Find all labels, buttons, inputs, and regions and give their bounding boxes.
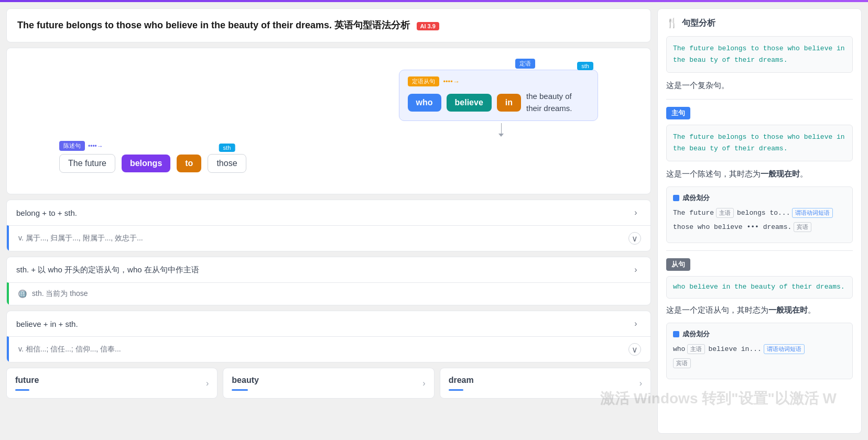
- word-in: in: [497, 94, 521, 112]
- chen-label: 陈述句: [59, 141, 85, 151]
- sentence-row: The future belongs to sth those: [59, 154, 246, 173]
- analysis-text-1: The future belongs to those who believe …: [666, 36, 853, 73]
- accordion-body-believe: v. 相信...; 信任...; 信仰..., 信奉... ∨: [7, 336, 650, 362]
- chevron-right-icon-2: ›: [631, 265, 641, 275]
- chevron-right-icon-3: ›: [631, 318, 641, 329]
- divider-1: [666, 99, 853, 100]
- sth-label-those: sth: [219, 144, 235, 152]
- accordion-desc-sth-who: sth. 当前为 those: [32, 289, 88, 299]
- word-believe: believe: [447, 94, 492, 112]
- comp-item-believe-in: believe in... 谓语动词短语: [708, 344, 804, 354]
- expand-btn-believe[interactable]: ∨: [628, 343, 641, 356]
- right-panel-header: 🍴 句型分析: [666, 17, 853, 29]
- accordion-desc-belong: v. 属于..., 归属于..., 附属于..., 效忠于...: [18, 234, 143, 243]
- accordion-sth-who: sth. + 以 who 开头的定语从句，who 在从句中作主语 › 🔠 sth…: [6, 257, 651, 305]
- main-container: The future belongs to those who believe …: [0, 2, 868, 440]
- word-future: future: [15, 376, 39, 385]
- clause-words: who believe in the beauty of their dream…: [408, 91, 589, 114]
- comp-row-1: The future 主语 belongs to... 谓语动词短语: [673, 208, 846, 218]
- analysis-text-3: who believe in the beauty of their dream…: [666, 276, 853, 299]
- word-card-dream[interactable]: dream ›: [440, 368, 651, 399]
- ding-label: 定语: [515, 59, 535, 69]
- word-card-beauty[interactable]: beauty ›: [223, 368, 434, 399]
- tag-clause: 从句: [666, 258, 690, 271]
- word-card-bar-future: [15, 389, 29, 391]
- accordion-header-sth-who[interactable]: sth. + 以 who 开头的定语从句，who 在从句中作主语 ›: [7, 257, 650, 282]
- accordion-title-sth-who: sth. + 以 who 开头的定语从句，who 在从句中作主语: [16, 265, 199, 275]
- accordion-desc-believe: v. 相信...; 信任...; 信仰..., 信奉...: [18, 345, 121, 354]
- ai-badge: AI 3.9: [417, 22, 439, 30]
- word-cards: future › beauty › dream ›: [6, 368, 651, 399]
- word-to: to: [177, 155, 201, 172]
- connector-line: [501, 123, 502, 134]
- component-box-2: 成份划分 who 主语 believe in... 谓语动词短语 宾语: [666, 323, 853, 379]
- accordion-header-belong[interactable]: belong + to + sth. ›: [7, 200, 650, 225]
- accordion-title-belong: belong + to + sth.: [16, 208, 77, 217]
- comp-header-2: 成份划分: [673, 329, 846, 339]
- accordion-body-belong: v. 属于..., 归属于..., 附属于..., 效忠于... ∨: [7, 225, 650, 251]
- clause-container: sth 定语从句 ••••→ who believe in the beauty…: [399, 70, 598, 121]
- comp-item-future: The future 主语: [673, 208, 734, 218]
- component-box-1: 成份划分 The future 主语 belongs to... 谓语动词短语 …: [666, 186, 853, 243]
- comp-dot-2: [673, 331, 679, 337]
- beauty-text: the beauty of their dreams.: [526, 91, 589, 114]
- comp-row-2: those who believe ••• dreams. 宾语: [673, 222, 846, 232]
- word-who: who: [408, 94, 441, 112]
- accordion-belong: belong + to + sth. › v. 属于..., 归属于..., 附…: [6, 200, 651, 251]
- word-card-bar-dream: [449, 389, 464, 391]
- accordion-header-believe[interactable]: believe + in + sth. ›: [7, 311, 650, 336]
- chevron-right-icon: ›: [631, 207, 641, 218]
- comp-row-4: 宾语: [673, 358, 846, 368]
- word-dream: dream: [449, 376, 474, 385]
- comp-row-3: who 主语 believe in... 谓语动词短语: [673, 344, 846, 354]
- right-panel: 🍴 句型分析 The future belongs to those who b…: [657, 8, 862, 434]
- accordion-title-believe: believe + in + sth.: [16, 320, 78, 328]
- divider-2: [666, 250, 853, 251]
- diagram-card: 定语 sth 定语从句 ••••→ w: [6, 48, 651, 194]
- arrow-icon-dream: ›: [639, 379, 642, 388]
- tag-main: 主句: [666, 107, 690, 119]
- word-card-future[interactable]: future ›: [6, 368, 218, 399]
- connector-arrow: [498, 134, 504, 137]
- expand-btn-belong[interactable]: ∨: [628, 232, 641, 245]
- right-panel-title: 句型分析: [682, 18, 715, 29]
- arrow-icon-beauty: ›: [422, 379, 425, 388]
- sth-label-top: sth: [577, 62, 593, 70]
- page-title: The future belongs to those who believe …: [17, 20, 410, 30]
- plain-text-3: 这是一个定语从句，其时态为一般现在时。: [666, 304, 853, 316]
- clause-top-labels: 定语从句 ••••→: [408, 76, 589, 86]
- header-card: The future belongs to those who believe …: [6, 8, 651, 42]
- word-those: those: [208, 154, 246, 173]
- word-card-bar-beauty: [232, 389, 248, 391]
- info-icon: 🔠: [18, 290, 27, 298]
- word-the-future: The future: [59, 154, 115, 173]
- comp-item-object: 宾语: [673, 358, 691, 368]
- accordion-body-sth-who: 🔠 sth. 当前为 those: [7, 282, 650, 305]
- word-beauty: beauty: [232, 376, 259, 385]
- arrow-icon-future: ›: [206, 379, 209, 388]
- comp-item-those: those who believe ••• dreams. 宾语: [673, 222, 811, 232]
- plain-text-2: 这是一个陈述句，其时态为一般现在时。: [666, 168, 853, 180]
- comp-item-who: who 主语: [673, 344, 705, 354]
- comp-dot-1: [673, 195, 679, 201]
- comp-item-belongs: belongs to... 谓语动词短语: [737, 208, 833, 218]
- plain-text-1: 这是一个复杂句。: [666, 79, 853, 92]
- analysis-text-2: The future belongs to those who believe …: [666, 125, 853, 161]
- comp-header-1: 成份划分: [673, 193, 846, 203]
- accordion-believe: believe + in + sth. › v. 相信...; 信任...; 信…: [6, 311, 651, 362]
- word-belongs: belongs: [122, 155, 170, 172]
- fork-icon: 🍴: [666, 17, 678, 29]
- left-panel: The future belongs to those who believe …: [6, 8, 651, 434]
- ding-cj-label: 定语从句: [408, 76, 439, 86]
